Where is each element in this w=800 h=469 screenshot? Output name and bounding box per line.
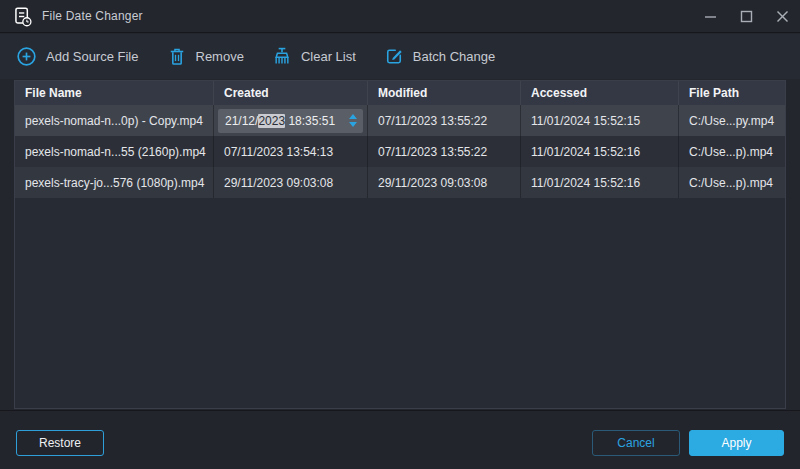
created-cell: 29/11/2023 09:03:08 (214, 167, 368, 198)
minimize-icon[interactable] (692, 0, 728, 32)
add-source-file-label: Add Source File (46, 49, 139, 64)
edit-icon (384, 46, 404, 67)
restore-button[interactable]: Restore (16, 430, 104, 456)
clear-list-label: Clear List (301, 49, 356, 64)
modified-cell: 07/11/2023 13:55:22 (368, 136, 521, 167)
column-header-accessed[interactable]: Accessed (521, 81, 679, 105)
add-circle-icon (16, 46, 37, 67)
file-date-changer-app-icon (12, 6, 33, 27)
toolbar: Add Source File Remove (0, 34, 800, 79)
file-path-cell: C:/Use...py.mp4 (679, 105, 785, 136)
add-source-file-button[interactable]: Add Source File (16, 46, 139, 67)
column-header-file-path[interactable]: File Path (679, 81, 785, 105)
selected-date-segment[interactable]: 2023 (258, 114, 285, 128)
file-path-cell: C:/Use...p).mp4 (679, 167, 785, 198)
maximize-icon[interactable] (728, 0, 764, 32)
created-cell: 07/11/2023 13:54:13 (214, 136, 368, 167)
file-table: File Name Created Modified Accessed File… (14, 80, 786, 409)
datetime-spinner (349, 114, 359, 127)
clear-list-button[interactable]: Clear List (272, 46, 356, 67)
spin-down-icon[interactable] (349, 122, 357, 127)
batch-change-button[interactable]: Batch Change (384, 46, 495, 67)
datetime-value: 21/12/2023 18:35:51 (225, 114, 349, 128)
table-header-row: File Name Created Modified Accessed File… (15, 81, 785, 105)
close-icon[interactable] (764, 0, 800, 32)
accessed-cell: 11/01/2024 15:52:16 (521, 136, 679, 167)
column-header-created[interactable]: Created (214, 81, 368, 105)
accessed-cell: 11/01/2024 15:52:16 (521, 167, 679, 198)
modified-cell: 07/11/2023 13:55:22 (368, 105, 521, 136)
created-datetime-editor[interactable]: 21/12/2023 18:35:51 (218, 109, 363, 133)
accessed-cell: 11/01/2024 15:52:15 (521, 105, 679, 136)
footer-bar: Restore Cancel Apply (0, 410, 800, 469)
window-controls (692, 0, 800, 32)
created-cell: 21/12/2023 18:35:51 (214, 105, 368, 136)
column-header-file-name[interactable]: File Name (15, 81, 214, 105)
file-name-cell: pexels-nomad-n...0p) - Copy.mp4 (15, 105, 214, 136)
window-title: File Date Changer (42, 9, 143, 23)
broom-icon (272, 46, 292, 67)
trash-icon (167, 46, 187, 67)
file-path-cell: C:/Use...p).mp4 (679, 136, 785, 167)
file-name-cell: pexels-tracy-jo...576 (1080p).mp4 (15, 167, 214, 198)
titlebar: File Date Changer (0, 0, 800, 33)
column-header-modified[interactable]: Modified (368, 81, 521, 105)
batch-change-label: Batch Change (413, 49, 495, 64)
cancel-button[interactable]: Cancel (592, 430, 680, 456)
modified-cell: 29/11/2023 09:03:08 (368, 167, 521, 198)
apply-button[interactable]: Apply (689, 430, 784, 456)
file-name-cell: pexels-nomad-n...55 (2160p).mp4 (15, 136, 214, 167)
spin-up-icon[interactable] (349, 114, 357, 119)
remove-button[interactable]: Remove (167, 46, 244, 67)
remove-label: Remove (196, 49, 244, 64)
table-row[interactable]: pexels-nomad-n...55 (2160p).mp4 07/11/20… (15, 136, 785, 167)
table-row[interactable]: pexels-nomad-n...0p) - Copy.mp4 21/12/20… (15, 105, 785, 136)
app-window: File Date Changer Add Source File (0, 0, 800, 469)
table-row[interactable]: pexels-tracy-jo...576 (1080p).mp4 29/11/… (15, 167, 785, 198)
